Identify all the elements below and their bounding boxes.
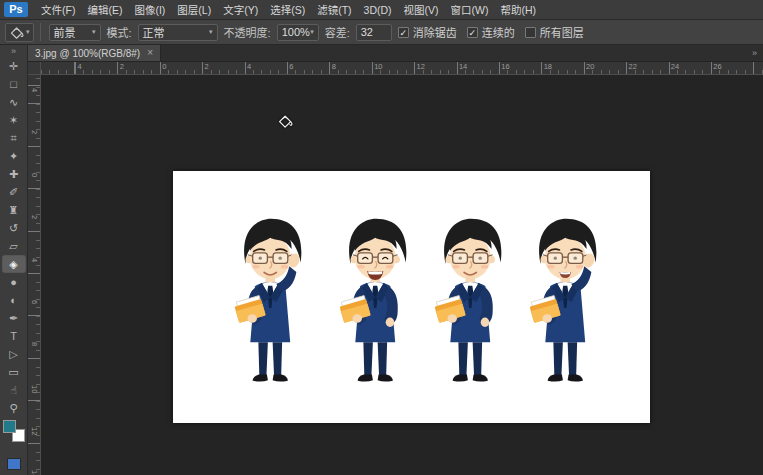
- blend-mode-select[interactable]: 正常 ▾: [138, 24, 218, 41]
- ruler-label: 2: [30, 128, 39, 170]
- opacity-label: 不透明度:: [224, 24, 271, 40]
- opacity-field[interactable]: 100% ▾: [277, 24, 319, 41]
- checkbox-box: ✓: [467, 27, 478, 38]
- type-tool[interactable]: T: [2, 327, 26, 345]
- menu-file[interactable]: 文件(F): [35, 0, 81, 19]
- dodge-tool[interactable]: ◐: [2, 291, 26, 309]
- tool-icon: ◐: [10, 294, 17, 306]
- menu-view[interactable]: 视图(V): [398, 0, 445, 19]
- hand-tool[interactable]: ☝: [2, 381, 26, 399]
- quick-selection-tool[interactable]: ✶: [2, 111, 26, 129]
- chevron-down-icon: ▾: [209, 28, 213, 36]
- document-tab-title: 3.jpg @ 100%(RGB/8#): [35, 48, 140, 59]
- canvas-area[interactable]: [41, 75, 763, 475]
- ruler-label: 2: [118, 62, 160, 71]
- checkbox-all-layers[interactable]: 所有图层: [525, 24, 584, 40]
- tool-icon: ✐: [9, 186, 18, 199]
- marquee-tool[interactable]: □: [2, 75, 26, 93]
- tool-icon: ⌗: [10, 132, 16, 145]
- ruler-label: 18: [542, 62, 584, 71]
- horizontal-ruler-labels: 64202468101214161820222426: [41, 62, 754, 71]
- tolerance-field[interactable]: 32: [356, 24, 392, 41]
- tool-icon: T: [10, 330, 17, 342]
- foreground-color-swatch[interactable]: [3, 420, 16, 433]
- tool-icon: ☝: [10, 384, 17, 397]
- tolerance-value: 32: [361, 26, 373, 38]
- menu-list: 文件(F)编辑(E)图像(I)图层(L)文字(Y)选择(S)滤镜(T)3D(D)…: [35, 0, 542, 19]
- ruler-label: 0: [160, 62, 202, 71]
- checkbox-contiguous[interactable]: ✓ 连续的: [467, 24, 515, 40]
- canvas-row: 4202468101214: [28, 75, 763, 475]
- clone-stamp-tool[interactable]: ♜: [2, 201, 26, 219]
- ruler-label: 10: [30, 383, 39, 425]
- checkbox-label: 所有图层: [540, 24, 584, 40]
- document-area: 3.jpg @ 100%(RGB/8#) × » 642024681012141…: [28, 45, 763, 475]
- checkbox-box: [525, 27, 536, 38]
- document-image[interactable]: [173, 171, 650, 423]
- fill-source-value: 前景: [54, 24, 76, 40]
- history-brush-tool[interactable]: ↺: [2, 219, 26, 237]
- shape-tool[interactable]: ▭: [2, 363, 26, 381]
- ruler-label: 14: [30, 468, 39, 475]
- menu-filter[interactable]: 滤镜(T): [311, 0, 357, 19]
- ruler-label: 12: [30, 425, 39, 467]
- photoshop-window: Ps 文件(F)编辑(E)图像(I)图层(L)文字(Y)选择(S)滤镜(T)3D…: [0, 0, 763, 475]
- eyedropper-tool[interactable]: ✦: [2, 147, 26, 165]
- zoom-tool[interactable]: ⚲: [2, 399, 26, 417]
- toolbar-collapse-icon[interactable]: »: [11, 46, 16, 57]
- photoshop-logo: Ps: [4, 2, 28, 17]
- menu-3d[interactable]: 3D(D): [358, 0, 398, 19]
- menu-type[interactable]: 文字(Y): [217, 0, 264, 19]
- healing-brush-tool[interactable]: ✚: [2, 165, 26, 183]
- move-tool[interactable]: ✛: [2, 57, 26, 75]
- tool-icon: ♜: [9, 204, 19, 217]
- ruler-label: 12: [415, 62, 457, 71]
- pen-tool[interactable]: ✒: [2, 309, 26, 327]
- ruler-label: 24: [669, 62, 711, 71]
- ruler-label: 4: [245, 62, 287, 71]
- tool-icon: ✒: [9, 312, 18, 325]
- crop-tool[interactable]: ⌗: [2, 129, 26, 147]
- eraser-tool[interactable]: ▱: [2, 237, 26, 255]
- paint-bucket-tool[interactable]: ◈: [2, 255, 26, 273]
- screen-mode-button[interactable]: [7, 458, 21, 470]
- lasso-tool[interactable]: ∿: [2, 93, 26, 111]
- menu-help[interactable]: 帮助(H): [495, 0, 543, 19]
- tools-panel: » ✛ □ ∿ ✶ ⌗ ✦ ✚ ✐ ♜: [0, 45, 28, 475]
- ruler-label: 26: [711, 62, 753, 71]
- menu-edit[interactable]: 编辑(E): [81, 0, 128, 19]
- checkbox-group: ✓ 消除锯齿 ✓ 连续的 所有图层: [398, 24, 594, 40]
- chevron-down-icon: ▾: [26, 28, 30, 36]
- vertical-ruler[interactable]: 4202468101214: [28, 75, 41, 475]
- ruler-label: 2: [203, 62, 245, 71]
- tool-icon: ✚: [9, 168, 18, 181]
- document-tab[interactable]: 3.jpg @ 100%(RGB/8#) ×: [28, 45, 161, 61]
- tool-icon: ◈: [9, 258, 17, 271]
- path-selection-tool[interactable]: ▷: [2, 345, 26, 363]
- tool-icon: ✛: [9, 60, 18, 73]
- menu-layer[interactable]: 图层(L): [171, 0, 217, 19]
- tool-icon: ▱: [9, 240, 17, 253]
- tool-options-bar: ▾ 前景 ▾ 模式: 正常 ▾ 不透明度: 100% ▾ 容差: 32 ✓ 消除…: [0, 20, 763, 45]
- ruler-label: 6: [287, 62, 329, 71]
- tool-icon: □: [10, 78, 17, 90]
- menu-window[interactable]: 窗口(W): [445, 0, 495, 19]
- ruler-label: 6: [41, 62, 75, 71]
- workspace: » ✛ □ ∿ ✶ ⌗ ✦ ✚ ✐ ♜: [0, 45, 763, 475]
- menu-image[interactable]: 图像(I): [128, 0, 171, 19]
- tool-preset-picker[interactable]: ▾: [5, 23, 34, 42]
- ruler-label: 0: [30, 171, 39, 213]
- close-icon[interactable]: ×: [147, 48, 153, 58]
- ruler-label: 4: [75, 62, 117, 71]
- menu-select[interactable]: 选择(S): [264, 0, 311, 19]
- panel-collapse-icon[interactable]: »: [752, 48, 763, 58]
- tolerance-label: 容差:: [325, 24, 350, 40]
- ruler-label: 16: [499, 62, 541, 71]
- checkbox-anti-alias[interactable]: ✓ 消除锯齿: [398, 24, 457, 40]
- ruler-label: 8: [30, 340, 39, 382]
- fill-source-select[interactable]: 前景 ▾: [49, 24, 101, 41]
- brush-tool[interactable]: ✐: [2, 183, 26, 201]
- horizontal-ruler[interactable]: 64202468101214161820222426: [41, 62, 763, 75]
- opacity-value: 100%: [282, 26, 310, 38]
- blur-tool[interactable]: ●: [2, 273, 26, 291]
